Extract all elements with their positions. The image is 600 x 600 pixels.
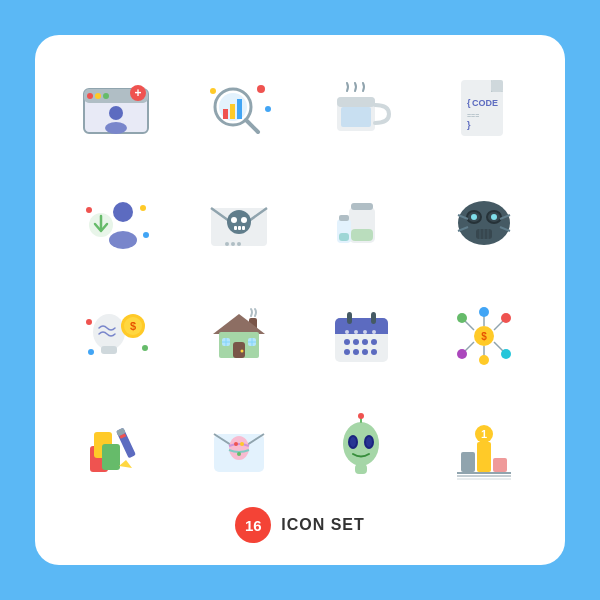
- svg-point-32: [86, 207, 92, 213]
- jar-icon[interactable]: [316, 179, 406, 269]
- skull-mail-icon[interactable]: [194, 179, 284, 269]
- svg-point-107: [457, 313, 467, 323]
- svg-point-78: [240, 349, 243, 352]
- svg-rect-89: [371, 312, 376, 324]
- svg-rect-77: [233, 342, 245, 358]
- svg-marker-120: [119, 460, 132, 468]
- svg-rect-135: [355, 464, 367, 474]
- svg-point-18: [265, 106, 271, 112]
- easter-egg-icon[interactable]: [194, 404, 284, 494]
- svg-point-132: [366, 437, 372, 447]
- svg-line-15: [246, 120, 258, 132]
- svg-text:+: +: [135, 86, 142, 100]
- svg-point-16: [210, 88, 216, 94]
- svg-point-124: [229, 436, 249, 460]
- svg-rect-39: [234, 226, 237, 230]
- svg-rect-118: [102, 444, 120, 470]
- svg-rect-13: [230, 104, 235, 119]
- data-analysis-icon[interactable]: [194, 66, 284, 156]
- svg-point-5: [103, 93, 109, 99]
- cabin-icon[interactable]: [194, 291, 284, 381]
- svg-point-100: [363, 330, 367, 334]
- svg-point-111: [457, 349, 467, 359]
- web-user-icon[interactable]: +: [71, 66, 161, 156]
- svg-point-57: [491, 214, 497, 220]
- mug-icon[interactable]: [316, 66, 406, 156]
- svg-point-127: [237, 452, 241, 456]
- svg-text:}: }: [467, 120, 471, 130]
- svg-marker-75: [213, 314, 265, 334]
- svg-point-72: [142, 345, 148, 351]
- svg-point-99: [354, 330, 358, 334]
- svg-rect-23: [491, 80, 503, 92]
- svg-point-125: [234, 442, 238, 446]
- footer-label: ICON SET: [281, 516, 365, 534]
- svg-text:{: {: [467, 98, 471, 108]
- svg-text:$: $: [130, 320, 136, 332]
- icon-cell-16: 1: [431, 401, 538, 498]
- icon-cell-6: [186, 176, 293, 273]
- design-edit-icon[interactable]: [71, 404, 161, 494]
- employee-download-icon[interactable]: [71, 179, 161, 269]
- svg-point-7: [105, 122, 127, 134]
- svg-text:1: 1: [481, 428, 487, 440]
- network-coin-icon[interactable]: $: [439, 291, 529, 381]
- icon-cell-3: [308, 63, 415, 160]
- svg-rect-21: [341, 107, 371, 127]
- svg-point-96: [362, 349, 368, 355]
- svg-rect-138: [493, 458, 507, 472]
- svg-point-17: [257, 85, 265, 93]
- svg-rect-88: [347, 312, 352, 324]
- icon-cell-4: { === } CODE: [431, 63, 538, 160]
- svg-rect-20: [337, 97, 375, 107]
- svg-point-115: [479, 355, 489, 365]
- icon-cell-13: [63, 401, 170, 498]
- svg-point-33: [140, 205, 146, 211]
- gas-mask-icon[interactable]: [439, 179, 529, 269]
- svg-point-92: [362, 339, 368, 345]
- svg-point-95: [353, 349, 359, 355]
- ranking-icon[interactable]: 1: [439, 404, 529, 494]
- icon-cell-14: [186, 401, 293, 498]
- icons-grid: +: [63, 63, 537, 497]
- svg-text:CODE: CODE: [472, 98, 498, 108]
- svg-rect-40: [238, 226, 241, 230]
- svg-point-73: [88, 349, 94, 355]
- icon-cell-10: [186, 288, 293, 385]
- svg-point-34: [143, 232, 149, 238]
- svg-point-101: [372, 330, 376, 334]
- svg-rect-12: [223, 109, 228, 119]
- mind-money-icon[interactable]: $: [71, 291, 161, 381]
- svg-point-126: [240, 442, 244, 446]
- code-file-icon[interactable]: { === } CODE: [439, 66, 529, 156]
- svg-point-94: [344, 349, 350, 355]
- svg-point-131: [350, 437, 356, 447]
- svg-rect-137: [477, 442, 491, 472]
- calendar-icon[interactable]: [316, 291, 406, 381]
- svg-point-90: [344, 339, 350, 345]
- alien-icon[interactable]: [316, 404, 406, 494]
- svg-text:$: $: [481, 331, 487, 342]
- icon-cell-9: $: [63, 288, 170, 385]
- svg-point-71: [86, 319, 92, 325]
- svg-point-113: [501, 349, 511, 359]
- icon-cell-15: [308, 401, 415, 498]
- icon-cell-1: +: [63, 63, 170, 160]
- svg-point-109: [501, 313, 511, 323]
- svg-point-42: [225, 242, 229, 246]
- icon-cell-12: $: [431, 288, 538, 385]
- icon-cell-2: [186, 63, 293, 160]
- svg-point-3: [87, 93, 93, 99]
- svg-text:===: ===: [467, 112, 479, 119]
- svg-rect-50: [339, 233, 349, 241]
- svg-point-66: [93, 314, 125, 350]
- svg-point-29: [109, 231, 137, 249]
- main-card: +: [35, 35, 565, 565]
- svg-point-54: [471, 214, 477, 220]
- footer: 16 ICON SET: [235, 507, 365, 543]
- icon-cell-8: [431, 176, 538, 273]
- svg-point-28: [113, 202, 133, 222]
- svg-rect-14: [237, 99, 242, 119]
- svg-rect-49: [339, 215, 349, 221]
- icon-count-badge: 16: [235, 507, 271, 543]
